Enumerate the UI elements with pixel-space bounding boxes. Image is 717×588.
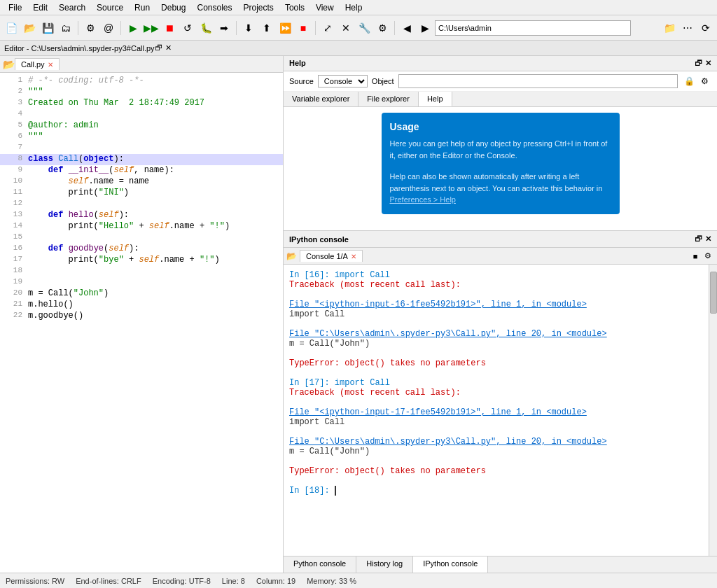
wrench-btn[interactable]: 🔧 — [356, 20, 373, 36]
console-spacer4 — [289, 368, 703, 378]
new-file-btn[interactable]: 📄 — [3, 20, 20, 36]
menu-tools[interactable]: Tools — [279, 1, 310, 14]
console-header-controls: 🗗 ✕ — [695, 234, 711, 244]
save-all-btn[interactable]: 🗂 — [57, 20, 74, 36]
console-tab-1[interactable]: Console 1/A ✕ — [300, 250, 363, 262]
console-line-13: m = Call("John") — [289, 447, 703, 456]
source-select[interactable]: Console — [318, 75, 368, 88]
menubar: File Edit Search Source Run Debug Consol… — [0, 0, 717, 15]
debug-btn[interactable]: 🐛 — [197, 20, 214, 36]
browse-btn[interactable]: 📁 — [661, 20, 678, 36]
preferences-btn[interactable]: ⚙ — [82, 20, 99, 36]
editor-tab-close[interactable]: ✕ — [48, 61, 53, 69]
editor-content[interactable]: 1 # -*- coding: utf-8 -*- 2 """ 3 Create… — [0, 73, 283, 573]
console-spacer6 — [289, 427, 703, 437]
extra-btn[interactable]: ⋯ — [679, 20, 696, 36]
menu-file[interactable]: File — [3, 1, 27, 14]
sep4 — [315, 21, 316, 35]
help-content: Usage Here you can get help of any objec… — [284, 107, 717, 230]
restart-btn[interactable]: ↺ — [179, 20, 196, 36]
console-tab-close[interactable]: ✕ — [351, 253, 356, 260]
console-title: IPython console — [289, 235, 695, 244]
console-spacer8 — [289, 476, 703, 486]
console-scrollbar[interactable] — [709, 265, 717, 556]
menu-run[interactable]: Run — [129, 1, 155, 14]
editor-tab-call[interactable]: Call.py ✕ — [15, 58, 60, 70]
step-btn[interactable]: ➡ — [216, 20, 232, 36]
help-close-btn[interactable]: ✕ — [705, 59, 711, 68]
run-btn[interactable]: ▶ — [125, 20, 141, 36]
help-float-btn[interactable]: 🗗 — [695, 59, 702, 68]
tab-file-explorer[interactable]: File explorer — [358, 92, 419, 106]
tab-help[interactable]: Help — [419, 92, 452, 106]
code-line-11: 11 print("INI") — [0, 188, 283, 199]
stop-debug-btn[interactable]: ■ — [295, 20, 312, 36]
console-stop-btn[interactable]: ■ — [689, 250, 702, 262]
folder-icon: 📂 — [3, 59, 15, 70]
menu-search[interactable]: Search — [53, 1, 91, 14]
status-permissions: Permissions: RW — [6, 577, 64, 585]
menu-consoles[interactable]: Consoles — [191, 1, 237, 14]
menu-help[interactable]: Help — [340, 1, 368, 14]
lock-icon[interactable]: 🔒 — [682, 74, 696, 88]
step-out-btn[interactable]: ⬆ — [258, 20, 275, 36]
path-input[interactable] — [435, 20, 631, 36]
menu-projects[interactable]: Projects — [238, 1, 279, 14]
close-editor-btn[interactable]: ✕ — [165, 43, 172, 52]
status-memory: Memory: 33 % — [307, 577, 356, 585]
menu-view[interactable]: View — [310, 1, 340, 14]
object-input[interactable] — [398, 74, 678, 88]
statusbar: Permissions: RW End-of-lines: CRLF Encod… — [0, 573, 717, 588]
console-line-8: In [17]: import Call — [289, 378, 703, 388]
editor-panel: 📂 Call.py ✕ 1 # -*- coding: utf-8 -*- 2 … — [0, 56, 284, 573]
expand-btn[interactable]: ⤢ — [319, 20, 336, 36]
open-file-btn[interactable]: 📂 — [21, 20, 38, 36]
main-area: 📂 Call.py ✕ 1 # -*- coding: utf-8 -*- 2 … — [0, 56, 717, 573]
help-icon-group: 🔒 ⚙ — [682, 74, 711, 88]
tab-variable-explorer[interactable]: Variable explorer — [284, 92, 358, 106]
step-into-btn[interactable]: ⬇ — [240, 20, 257, 36]
help-panel-header: Help 🗗 ✕ — [284, 56, 717, 71]
path-container — [435, 20, 660, 36]
continue-btn[interactable]: ⏩ — [277, 20, 293, 36]
settings-btn[interactable]: ⚙ — [374, 20, 391, 36]
tab-history-log[interactable]: History log — [356, 556, 413, 573]
float-btn[interactable]: 🗗 — [155, 43, 162, 52]
code-line-16: 16 def goodbye(self): — [0, 244, 283, 255]
code-line-21: 21 m.hello() — [0, 300, 283, 311]
refresh-btn[interactable]: ⟳ — [697, 20, 714, 36]
tab-python-console[interactable]: Python console — [284, 556, 356, 573]
status-encoding: Encoding: UTF-8 — [153, 577, 211, 585]
console-line-1: In [16]: import Call — [289, 270, 703, 280]
preferences-link[interactable]: Preferences > Help — [390, 195, 456, 204]
scrollbar-thumb[interactable] — [710, 272, 717, 314]
console-line-14: TypeError: object() takes no parameters — [289, 466, 703, 476]
help-title: Help — [289, 59, 306, 67]
console-line-15: In [18]: — [289, 486, 703, 496]
console-options-btn[interactable]: ⚙ — [702, 250, 714, 262]
code-line-4: 4 — [0, 109, 283, 120]
console-output[interactable]: In [16]: import Call Traceback (most rec… — [284, 265, 709, 556]
find-btn[interactable]: @ — [100, 20, 117, 36]
back-btn[interactable]: ◀ — [398, 20, 415, 36]
console-spacer3 — [289, 349, 703, 358]
run-file-btn[interactable]: ▶▶ — [143, 20, 160, 36]
menu-debug[interactable]: Debug — [155, 1, 191, 14]
save-btn[interactable]: 💾 — [39, 20, 56, 36]
menu-edit[interactable]: Edit — [27, 1, 53, 14]
right-panel: Help 🗗 ✕ Source Console Object 🔒 ⚙ — [284, 56, 717, 573]
menu-source[interactable]: Source — [91, 1, 129, 14]
collapse-btn[interactable]: ✕ — [337, 20, 354, 36]
tab-ipython-console[interactable]: IPython console — [413, 556, 488, 573]
code-line-8: 8 class Call(object): — [0, 154, 283, 165]
console-close-btn[interactable]: ✕ — [705, 234, 711, 244]
code-line-2: 2 """ — [0, 87, 283, 98]
console-line-10: File "<ipython-input-17-1fee5492b191>", … — [289, 407, 703, 417]
options-icon[interactable]: ⚙ — [697, 74, 711, 88]
forward-btn[interactable]: ▶ — [417, 20, 433, 36]
toolbar: 📄 📂 💾 🗂 ⚙ @ ▶ ▶▶ ⏹ ↺ 🐛 ➡ ⬇ ⬆ ⏩ ■ ⤢ ✕ 🔧 ⚙… — [0, 15, 717, 41]
console-float-btn[interactable]: 🗗 — [695, 234, 702, 244]
sep1 — [78, 21, 78, 35]
stop-btn[interactable]: ⏹ — [161, 20, 178, 36]
editor-controls: 🗗 ✕ — [155, 43, 172, 52]
